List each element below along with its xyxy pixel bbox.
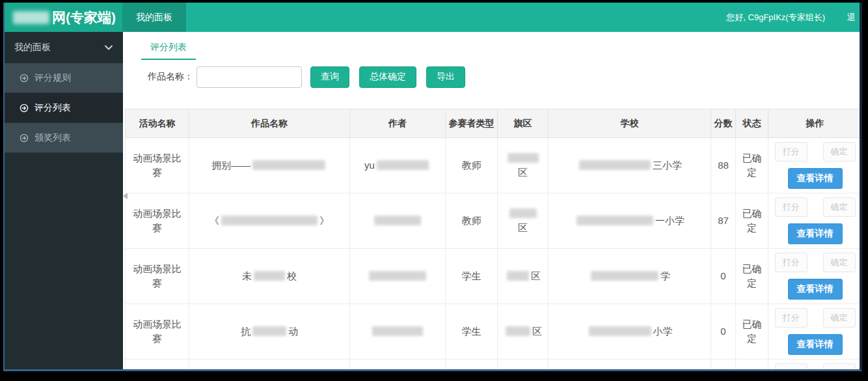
confirm-button: 确定 xyxy=(823,363,856,369)
cell-type: 教师 xyxy=(446,138,498,193)
sidebar: 我的面板 评分规则评分列表颁奖列表 xyxy=(5,32,123,369)
logo-redacted xyxy=(13,11,49,24)
user-greeting: 您好, C9gFpIKz(专家组长) xyxy=(726,12,825,23)
cell-actions: 打分确定查看详情 xyxy=(768,193,860,249)
score-table: 活动名称作品名称作者参赛者类型旗区学校分数状态操作 动画场景比赛拥别——yu教师… xyxy=(125,109,860,369)
score-button: 打分 xyxy=(775,363,807,369)
export-button[interactable]: 导出 xyxy=(426,66,465,88)
table-header-row: 活动名称作品名称作者参赛者类型旗区学校分数状态操作 xyxy=(126,109,860,138)
cell-score: 0 xyxy=(711,249,736,304)
score-table-wrap: 活动名称作品名称作者参赛者类型旗区学校分数状态操作 动画场景比赛拥别——yu教师… xyxy=(125,109,860,369)
arrow-circle-right-icon xyxy=(20,134,29,143)
query-button[interactable]: 查询 xyxy=(310,66,349,88)
confirm-button: 确定 xyxy=(823,197,856,217)
sidebar-nav: 评分规则评分列表颁奖列表 xyxy=(5,63,123,153)
cell-author xyxy=(350,360,446,370)
score-button: 打分 xyxy=(775,253,807,272)
topbar: 网(专家端) 我的面板 您好, C9gFpIKz(专家组长) 退 xyxy=(5,3,860,32)
cell-activity: 动画场景比赛 xyxy=(126,304,189,360)
sidebar-header[interactable]: 我的面板 xyxy=(5,32,123,63)
view-detail-button[interactable]: 查看详情 xyxy=(788,168,843,189)
tab-bar: 评分列表 xyxy=(123,32,860,58)
chevron-down-icon xyxy=(105,45,113,50)
redacted-text xyxy=(221,216,318,225)
cell-work: 《》 xyxy=(189,193,350,249)
redacted-text xyxy=(506,326,530,336)
cell-type: 学生 xyxy=(446,304,498,360)
cell-type: 学生 xyxy=(446,249,498,304)
work-name-input[interactable] xyxy=(197,66,302,88)
sidebar-item-score-rules[interactable]: 评分规则 xyxy=(5,63,123,93)
table-row: 动画场景比赛未校学生区学0已确定打分确定查看详情 xyxy=(126,249,860,304)
redacted-text xyxy=(591,271,658,281)
table-body: 动画场景比赛拥别——yu教师区三小学88已确定打分确定查看详情动画场景比赛《》教… xyxy=(126,138,860,370)
cell-actions: 打分确定查看详情 xyxy=(768,138,860,193)
sidebar-collapse-handle[interactable] xyxy=(123,193,128,199)
cell-score: 87 xyxy=(711,193,736,249)
main-content: 评分列表 作品名称： 查询 总体确定 导出 活动名称作品名称作者参赛者类型旗区学… xyxy=(123,32,860,369)
cell-work: 未校 xyxy=(189,249,350,304)
topnav-tab-my-panel[interactable]: 我的面板 xyxy=(122,3,186,32)
cell-actions: 打分确定查看详情 xyxy=(768,304,860,360)
cell-type: 教师 xyxy=(446,193,498,249)
column-header: 操作 xyxy=(768,109,860,138)
sidebar-item-label: 颁奖列表 xyxy=(34,132,71,144)
cell-activity xyxy=(126,360,189,370)
redacted-text xyxy=(579,160,651,170)
cell-activity: 动画场景比赛 xyxy=(126,249,189,304)
view-detail-button[interactable]: 查看详情 xyxy=(788,223,843,244)
table-row: 打分确定查看详情 xyxy=(126,360,860,370)
column-header: 参赛者类型 xyxy=(446,109,498,138)
cell-status: 已确定 xyxy=(736,304,768,360)
column-header: 作品名称 xyxy=(189,109,350,138)
redacted-text xyxy=(507,271,529,281)
overall-confirm-button[interactable]: 总体确定 xyxy=(359,66,416,88)
redacted-text xyxy=(576,216,653,225)
cell-school xyxy=(549,360,711,370)
cell-score: 88 xyxy=(711,138,736,193)
view-detail-button[interactable]: 查看详情 xyxy=(788,279,843,300)
cell-district: 区 xyxy=(498,249,549,304)
column-header: 活动名称 xyxy=(126,109,189,138)
column-header: 作者 xyxy=(350,109,446,138)
tab-score-list[interactable]: 评分列表 xyxy=(141,40,196,60)
cell-actions: 打分确定查看详情 xyxy=(768,249,860,304)
redacted-text xyxy=(509,208,537,218)
cell-work: 拥别—— xyxy=(189,138,350,193)
sidebar-header-label: 我的面板 xyxy=(14,42,51,53)
redacted-text xyxy=(377,160,429,170)
column-header: 分数 xyxy=(711,109,736,138)
redacted-text xyxy=(508,153,539,163)
cell-district: 区 xyxy=(498,304,549,360)
score-button: 打分 xyxy=(775,142,807,162)
redacted-text xyxy=(252,160,325,170)
logout-link[interactable]: 退 xyxy=(847,12,856,23)
table-row: 动画场景比赛拥别——yu教师区三小学88已确定打分确定查看详情 xyxy=(126,138,860,193)
cell-actions: 打分确定查看详情 xyxy=(768,360,860,370)
column-header: 学校 xyxy=(549,109,711,138)
cell-status: 已确定 xyxy=(736,138,768,193)
sidebar-item-award-list[interactable]: 颁奖列表 xyxy=(5,123,123,153)
redacted-text xyxy=(372,326,423,336)
cell-type xyxy=(446,360,498,370)
cell-author xyxy=(350,249,446,304)
cell-work: 抗动 xyxy=(189,304,350,360)
redacted-text xyxy=(369,271,426,281)
cell-status xyxy=(736,360,768,370)
sidebar-item-score-list[interactable]: 评分列表 xyxy=(5,93,123,123)
redacted-text xyxy=(252,326,286,336)
score-button: 打分 xyxy=(775,308,807,328)
cell-activity: 动画场景比赛 xyxy=(126,138,189,193)
arrow-circle-right-icon xyxy=(20,74,29,83)
cell-district: 区 xyxy=(498,193,549,249)
cell-score xyxy=(711,360,736,370)
topbar-right: 您好, C9gFpIKz(专家组长) 退 xyxy=(726,3,856,32)
window-frame: 网(专家端) 我的面板 您好, C9gFpIKz(专家组长) 退 我的面板 评分… xyxy=(3,3,862,371)
cell-district: 区 xyxy=(498,138,549,193)
redacted-text xyxy=(589,326,651,336)
work-name-label: 作品名称： xyxy=(148,71,193,83)
view-detail-button[interactable]: 查看详情 xyxy=(788,334,843,355)
app-logo: 网(专家端) xyxy=(5,3,122,32)
cell-school: 小学 xyxy=(549,304,711,360)
confirm-button: 确定 xyxy=(823,142,856,162)
